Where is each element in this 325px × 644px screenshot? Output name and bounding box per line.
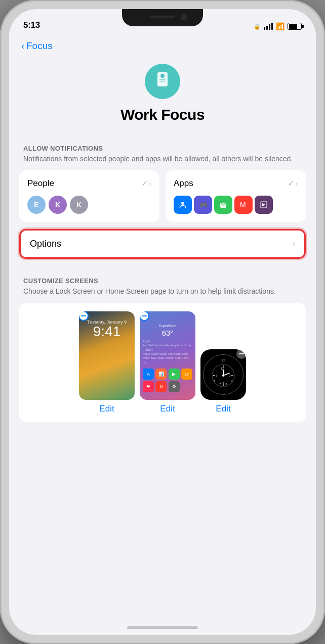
- focus-icon: [153, 70, 172, 93]
- watch-screen-preview: 72: [200, 349, 246, 400]
- signal-bar-4: [271, 23, 273, 30]
- svg-point-19: [222, 375, 224, 377]
- lock-icon: 🔒: [254, 23, 261, 30]
- notch: [122, 9, 203, 26]
- status-icons: 🔒 📶: [254, 22, 302, 30]
- people-card[interactable]: People ✓ › E K K: [19, 170, 159, 222]
- lock-screen-bg: Tuesday, January 9 9:41: [79, 311, 135, 400]
- signal-bar-1: [264, 27, 265, 30]
- home-screen-bg: ExpertWire 63° Apple Are Softbots the He…: [140, 311, 195, 400]
- app-icon-3: [214, 196, 232, 214]
- app-icon-5: [255, 196, 273, 214]
- watch-screen-thumb: 72: [200, 311, 246, 414]
- watch-screen-edit-button[interactable]: Edit: [216, 404, 230, 414]
- svg-text:7: 7: [220, 383, 221, 386]
- focus-icon-circle: [145, 64, 180, 99]
- lock-screen-thumb: Tuesday, January 9 9:41 Edit: [79, 311, 135, 414]
- back-chevron-icon: ‹: [21, 41, 24, 52]
- minus-icon: [81, 315, 86, 316]
- app-icons-row: 🎮 M: [174, 196, 298, 214]
- back-nav[interactable]: ‹ Focus: [9, 34, 316, 56]
- lock-screen-date: Tuesday, January 9: [87, 319, 127, 325]
- wifi-icon: 📶: [276, 22, 285, 30]
- apps-chevron-icon: ›: [295, 179, 298, 188]
- options-chevron-icon: ›: [293, 239, 295, 248]
- people-checkmark-icon: ✓: [141, 178, 148, 188]
- camera: [181, 14, 187, 20]
- apps-card-header: Apps ✓ ›: [174, 178, 298, 189]
- status-time: 5:13: [23, 20, 40, 30]
- people-chevron-icon: ›: [149, 179, 151, 188]
- watch-screen-minus-badge[interactable]: [236, 349, 246, 359]
- screens-card: Tuesday, January 9 9:41 Edit: [19, 303, 306, 422]
- customize-screens-subtitle: Choose a Lock Screen or Home Screen page…: [23, 287, 302, 297]
- svg-text:4: 4: [231, 380, 233, 383]
- home-screen-preview: ExpertWire 63° Apple Are Softbots the He…: [140, 311, 195, 400]
- apps-checkmark-icon: ✓: [288, 178, 294, 188]
- apps-card-title: Apps: [174, 178, 193, 189]
- battery-icon: [288, 23, 302, 30]
- svg-text:M: M: [240, 201, 246, 209]
- apps-card-icons: ✓ ›: [288, 178, 298, 188]
- avatars-row: E K K: [27, 196, 151, 214]
- lock-screen-edit-button[interactable]: Edit: [99, 404, 114, 414]
- svg-text:8: 8: [214, 380, 216, 383]
- apps-card[interactable]: Apps ✓ ›: [166, 170, 306, 222]
- watch-face: 72: [203, 354, 243, 395]
- notification-cards-row: People ✓ › E K K Apps: [9, 170, 316, 222]
- app-icon-2: 🎮: [194, 196, 212, 214]
- screens-section: Tuesday, January 9 9:41 Edit: [9, 300, 316, 425]
- customize-screens-title: CUSTOMIZE SCREENS: [23, 277, 302, 285]
- avatar-k1: K: [49, 196, 67, 214]
- allow-notifications-header: ALLOW NOTIFICATIONS Notifications from s…: [9, 133, 316, 168]
- app-icon-4: M: [234, 196, 253, 214]
- svg-text:3: 3: [229, 374, 231, 377]
- svg-point-1: [160, 74, 165, 78]
- avatar-k2: K: [70, 196, 88, 214]
- screen: 5:13 🔒 📶 ‹ Focus: [9, 9, 316, 635]
- options-section: Options ›: [9, 222, 316, 266]
- svg-rect-3: [160, 81, 165, 82]
- svg-text:12: 12: [221, 367, 224, 370]
- options-card[interactable]: Options ›: [19, 229, 306, 259]
- people-card-header: People ✓ ›: [27, 178, 151, 189]
- minus-icon: [239, 353, 244, 354]
- allow-notifications-subtitle: Notifications from selected people and a…: [23, 154, 302, 164]
- options-label: Options: [30, 239, 61, 249]
- customize-screens-header: CUSTOMIZE SCREENS Choose a Lock Screen o…: [9, 266, 316, 301]
- lock-screen-time: 9:41: [93, 325, 121, 339]
- back-label[interactable]: Focus: [26, 40, 53, 52]
- svg-point-5: [181, 202, 184, 205]
- battery-fill: [289, 24, 297, 29]
- svg-text:5: 5: [226, 383, 227, 386]
- home-indicator: [127, 626, 198, 629]
- lock-screen-preview: Tuesday, January 9 9:41: [79, 311, 135, 400]
- home-screen-edit-button[interactable]: Edit: [160, 404, 175, 414]
- signal-bars: [264, 23, 273, 30]
- icon-section: Work Focus: [9, 56, 316, 133]
- people-card-title: People: [27, 178, 54, 189]
- speaker: [150, 16, 175, 18]
- svg-text:9: 9: [216, 374, 218, 377]
- svg-rect-2: [159, 79, 166, 80]
- svg-text:6: 6: [223, 381, 224, 384]
- home-screen-thumb: ExpertWire 63° Apple Are Softbots the He…: [140, 311, 195, 414]
- phone-frame: 5:13 🔒 📶 ‹ Focus: [0, 0, 325, 644]
- avatar-e: E: [27, 196, 46, 214]
- svg-text:🎮: 🎮: [199, 201, 208, 209]
- content-area: ‹ Focus Work Focus: [9, 34, 316, 635]
- minus-icon: [142, 315, 147, 316]
- people-card-icons: ✓ ›: [141, 178, 151, 188]
- signal-bar-2: [266, 26, 268, 30]
- signal-bar-3: [269, 24, 270, 30]
- allow-notifications-title: ALLOW NOTIFICATIONS: [23, 145, 302, 152]
- focus-title: Work Focus: [120, 106, 205, 123]
- app-icon-1: [174, 196, 192, 214]
- screens-row: Tuesday, January 9 9:41 Edit: [27, 311, 298, 414]
